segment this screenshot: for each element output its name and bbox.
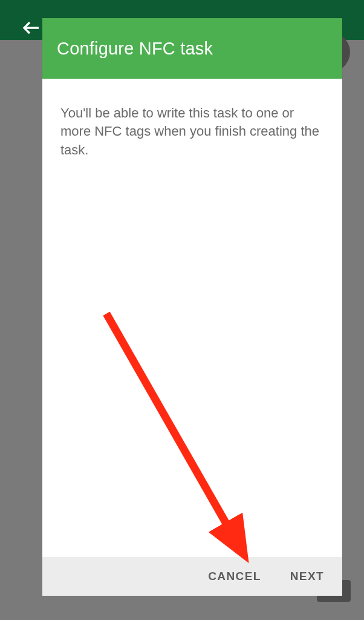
dialog-body-text: You'll be able to write this task to one… [60,104,324,159]
back-icon[interactable] [18,15,45,41]
dialog-header: Configure NFC task [42,18,342,79]
dialog-footer: CANCEL NEXT [42,557,342,596]
next-button[interactable]: NEXT [290,570,324,583]
configure-nfc-dialog: Configure NFC task You'll be able to wri… [42,18,342,596]
dialog-body: You'll be able to write this task to one… [42,79,342,557]
dialog-title: Configure NFC task [57,39,213,59]
cancel-button[interactable]: CANCEL [208,570,261,583]
